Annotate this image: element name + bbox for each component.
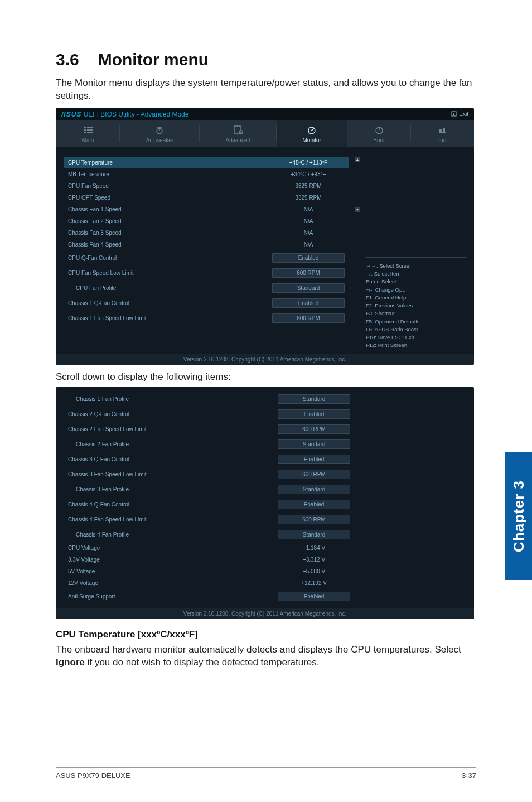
setting-value-dropdown[interactable]: Standard: [272, 283, 345, 293]
setting-value: +1.184 V: [278, 545, 350, 551]
help-line: F1: General Help: [366, 294, 466, 302]
setting-value-dropdown[interactable]: Enabled: [272, 253, 345, 263]
setting-row: Chassis Fan 4 SpeedN/A: [64, 239, 349, 250]
setting-label: 12V Voltage: [68, 580, 272, 586]
cpu-temp-body-bold: Ignore: [56, 657, 85, 668]
setting-value-dropdown[interactable]: 600 RPM: [278, 470, 350, 479]
tab-tool[interactable]: Tool: [411, 120, 474, 147]
tab-boot[interactable]: Boot: [347, 120, 411, 147]
tab-icon: [413, 125, 472, 135]
exit-button[interactable]: Exit: [451, 111, 468, 118]
setting-row[interactable]: Chassis 2 Fan Speed Low Limit600 RPM: [64, 422, 355, 437]
setting-label: Chassis 4 Fan Speed Low Limit: [68, 516, 272, 523]
tab-label: Monitor: [303, 137, 321, 143]
setting-value-dropdown[interactable]: 600 RPM: [272, 313, 345, 323]
svg-rect-6: [87, 132, 93, 133]
setting-value-dropdown[interactable]: 600 RPM: [278, 424, 350, 434]
svg-rect-13: [439, 132, 446, 133]
setting-row: CPU OPT Speed3325 RPM: [64, 192, 349, 204]
setting-label: Chassis 2 Fan Profile: [76, 441, 272, 447]
bios-panel: /ISUS UEFI BIOS Utility - Advanced Mode …: [56, 108, 474, 365]
setting-label: CPU Fan Speed: [68, 183, 267, 189]
setting-row: 3.3V Voltage+3.312 V: [64, 554, 355, 566]
setting-label: Chassis 1 Fan Speed Low Limit: [68, 315, 267, 321]
setting-row[interactable]: Chassis 4 Fan Speed Low Limit600 RPM: [64, 512, 355, 527]
bios-panel-continued: Chassis 1 Fan ProfileStandardChassis 2 Q…: [56, 387, 474, 619]
setting-row[interactable]: Chassis 4 Fan ProfileStandard: [64, 527, 355, 542]
setting-value-dropdown[interactable]: Enabled: [272, 298, 345, 308]
setting-value: N/A: [272, 241, 345, 248]
scrollbar[interactable]: ▲ ▼: [355, 157, 360, 350]
setting-row: Chassis Fan 3 SpeedN/A: [64, 227, 349, 239]
setting-value-dropdown[interactable]: 600 RPM: [278, 515, 350, 524]
tab-label: Tool: [437, 137, 447, 143]
tab-label: Main: [82, 137, 94, 143]
setting-row: Chassis Fan 1 SpeedN/A: [64, 204, 349, 215]
setting-row[interactable]: Chassis 3 Fan ProfileStandard: [64, 482, 355, 497]
bios-title: /ISUS UEFI BIOS Utility - Advanced Mode: [61, 110, 188, 118]
setting-value-dropdown[interactable]: Enabled: [278, 592, 350, 601]
setting-label: Chassis Fan 3 Speed: [68, 230, 267, 236]
setting-value-dropdown[interactable]: Enabled: [278, 455, 350, 464]
bios-tab-row: MainAi TweakerAdvancedMonitorBootTool: [56, 120, 474, 147]
setting-row[interactable]: Chassis 3 Fan Speed Low Limit600 RPM: [64, 467, 355, 482]
setting-row[interactable]: CPU Fan ProfileStandard: [64, 281, 349, 296]
setting-row[interactable]: Anti Surge SupportEnabled: [64, 589, 355, 604]
setting-value-dropdown[interactable]: Standard: [278, 485, 350, 494]
scroll-up-icon[interactable]: ▲: [355, 157, 360, 162]
setting-value: 3325 RPM: [272, 183, 345, 189]
setting-row: 12V Voltage+12.192 V: [64, 577, 355, 589]
setting-row[interactable]: Chassis 3 Q-Fan ControlEnabled: [64, 452, 355, 467]
setting-row[interactable]: CPU Q-Fan ControlEnabled: [64, 250, 349, 265]
setting-label: Chassis Fan 2 Speed: [68, 218, 267, 224]
setting-value-dropdown[interactable]: Standard: [278, 530, 350, 539]
tab-main[interactable]: Main: [56, 120, 120, 147]
help-line: F10: Save ESC: Exit: [366, 334, 466, 341]
bios-rows-list: CPU Temperature+45ºC / +113ºFMB Temperat…: [64, 157, 349, 350]
setting-value: +12.192 V: [278, 580, 350, 586]
chapter-tab: Chapter 3: [505, 452, 532, 580]
setting-value-dropdown[interactable]: 600 RPM: [272, 268, 345, 278]
setting-label: Chassis 4 Q-Fan Control: [68, 501, 272, 508]
tab-icon: [279, 125, 345, 135]
setting-row[interactable]: Chassis 2 Fan ProfileStandard: [64, 437, 355, 452]
svg-rect-3: [84, 132, 86, 133]
setting-row[interactable]: Chassis 2 Q-Fan ControlEnabled: [64, 407, 355, 422]
page-footer: ASUS P9X79 DELUXE 3-37: [56, 767, 476, 780]
setting-row[interactable]: Chassis 1 Fan Speed Low Limit600 RPM: [64, 311, 349, 326]
bios-body: CPU Temperature+45ºC / +113ºFMB Temperat…: [56, 147, 474, 354]
footer-left: ASUS P9X79 DELUXE: [56, 771, 130, 780]
setting-label: CPU OPT Speed: [68, 195, 267, 201]
scroll-instruction: Scroll down to display the following ite…: [56, 371, 476, 383]
setting-row[interactable]: Chassis 1 Q-Fan ControlEnabled: [64, 296, 349, 311]
cpu-temp-body-a: The onboard hardware monitor automatical…: [56, 644, 461, 655]
svg-rect-5: [87, 129, 93, 131]
setting-row[interactable]: Chassis 1 Fan ProfileStandard: [64, 392, 355, 407]
svg-rect-15: [443, 128, 445, 132]
setting-row: CPU Voltage+1.184 V: [64, 542, 355, 554]
setting-label: Chassis 3 Q-Fan Control: [68, 456, 272, 462]
setting-value-dropdown[interactable]: Enabled: [278, 409, 350, 419]
help-line: F12: Print Screen: [366, 341, 466, 349]
bios-title-bar: /ISUS UEFI BIOS Utility - Advanced Mode …: [56, 108, 474, 120]
cpu-temp-heading: CPU Temperature [xxxºC/xxxºF]: [56, 629, 476, 640]
setting-row[interactable]: Chassis 4 Q-Fan ControlEnabled: [64, 497, 355, 512]
scroll-down-icon[interactable]: ▼: [355, 207, 360, 212]
help-divider: [360, 395, 466, 397]
help-line: →←: Select Screen: [366, 262, 466, 270]
setting-label: CPU Temperature: [68, 160, 267, 166]
tab-monitor[interactable]: Monitor: [277, 120, 347, 147]
setting-row[interactable]: CPU Fan Speed Low Limit600 RPM: [64, 265, 349, 281]
setting-value-dropdown[interactable]: Standard: [278, 394, 350, 404]
setting-value-dropdown[interactable]: Standard: [278, 439, 350, 449]
setting-label: Chassis Fan 1 Speed: [68, 206, 267, 212]
setting-value-dropdown[interactable]: Enabled: [278, 500, 350, 509]
tab-ai-tweaker[interactable]: Ai Tweaker: [120, 120, 200, 147]
help-line: Enter: Select: [366, 278, 466, 286]
svg-point-11: [311, 130, 313, 132]
help-line: +/-: Change Opt.: [366, 286, 466, 294]
tab-advanced[interactable]: Advanced: [200, 120, 277, 147]
setting-value: N/A: [272, 218, 345, 224]
setting-value: +45ºC / +113ºF: [272, 160, 345, 166]
setting-value: +34ºC / +93ºF: [272, 171, 345, 177]
